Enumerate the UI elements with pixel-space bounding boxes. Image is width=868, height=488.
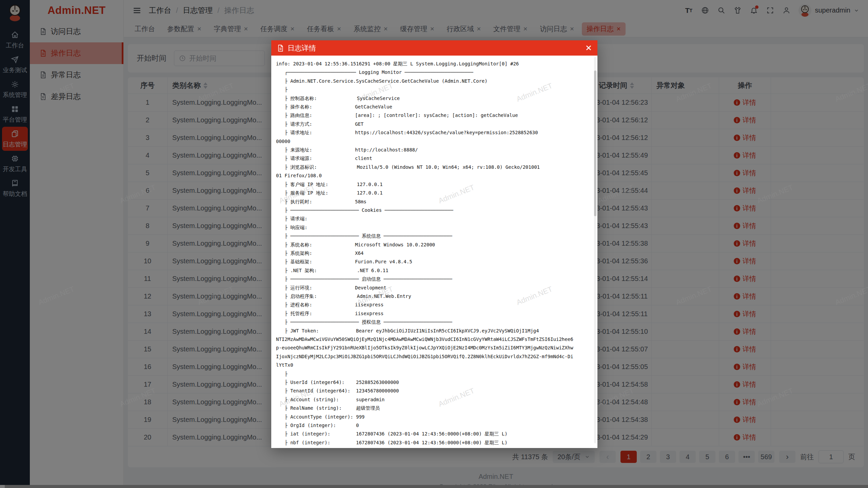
- dialog-body: info: 2023-01-04 12:55:36.1516291 +08:00…: [271, 56, 597, 448]
- dialog-title: 日志详情: [288, 43, 316, 53]
- scrollbar-thumb[interactable]: [594, 70, 596, 216]
- dialog-scrollbar[interactable]: [594, 57, 596, 443]
- document-icon: [277, 44, 284, 52]
- log-detail-text: info: 2023-01-04 12:55:36.1516291 +08:00…: [276, 60, 591, 448]
- log-detail-dialog: 日志详情 ✕ info: 2023-01-04 12:55:36.1516291…: [271, 40, 597, 448]
- close-icon[interactable]: ✕: [585, 44, 592, 52]
- dialog-header: 日志详情 ✕: [271, 40, 597, 56]
